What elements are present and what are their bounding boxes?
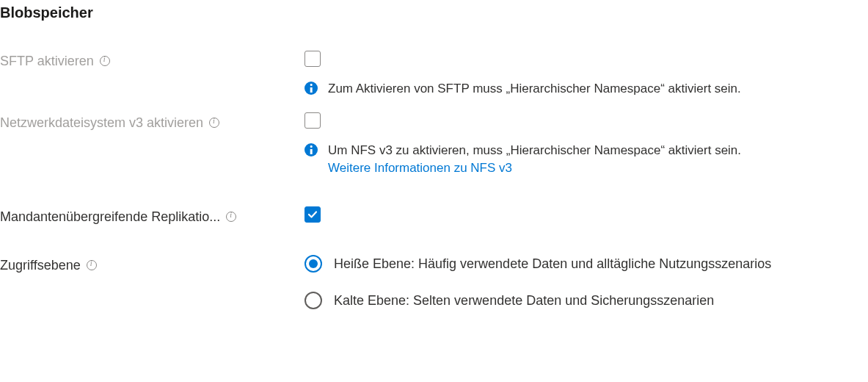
info-icon[interactable] — [209, 118, 219, 128]
nfs-info-message: Um NFS v3 zu aktivieren, muss „Hierarchi… — [304, 142, 868, 177]
sftp-label: SFTP aktivieren — [0, 52, 94, 70]
radio-hot-label: Heiße Ebene: Häufig verwendete Daten und… — [334, 256, 771, 272]
nfs-info-link[interactable]: Weitere Informationen zu NFS v3 — [328, 159, 741, 177]
nfs-label: Netzwerkdateisystem v3 aktivieren — [0, 114, 203, 131]
row-access-tier: Zugriffsebene Heiße Ebene: Häufig verwen… — [0, 255, 868, 309]
cross-tenant-checkbox[interactable] — [304, 206, 321, 223]
sftp-label-col: SFTP aktivieren — [0, 51, 304, 70]
radio-hot[interactable]: Heiße Ebene: Häufig verwendete Daten und… — [304, 255, 868, 273]
row-cross-tenant: Mandantenübergreifende Replikatio... — [0, 206, 868, 226]
nfs-info-line: Um NFS v3 zu aktivieren, muss „Hierarchi… — [328, 143, 741, 157]
cross-tenant-label: Mandantenübergreifende Replikatio... — [0, 208, 220, 226]
access-tier-label: Zugriffsebene — [0, 256, 81, 274]
cross-tenant-control — [304, 206, 868, 223]
radio-cool[interactable]: Kalte Ebene: Selten verwendete Daten und… — [304, 292, 868, 309]
nfs-checkbox — [304, 112, 321, 129]
sftp-info-message: Zum Aktivieren von SFTP muss „Hierarchis… — [304, 80, 868, 98]
info-filled-icon — [304, 82, 318, 95]
cross-tenant-label-col: Mandantenübergreifende Replikatio... — [0, 206, 304, 226]
sftp-info-text: Zum Aktivieren von SFTP muss „Hierarchis… — [328, 80, 741, 98]
radio-cool-label: Kalte Ebene: Selten verwendete Daten und… — [334, 293, 714, 309]
sftp-checkbox — [304, 51, 321, 67]
access-tier-control: Heiße Ebene: Häufig verwendete Daten und… — [304, 255, 868, 309]
info-filled-icon — [304, 143, 318, 156]
radio-outer-icon — [304, 292, 322, 309]
form-grid: SFTP aktivieren Zum Aktivieren von SFTP … — [0, 51, 868, 309]
nfs-control: Um NFS v3 zu aktivieren, muss „Hierarchi… — [304, 112, 868, 177]
access-tier-radio-group: Heiße Ebene: Häufig verwendete Daten und… — [304, 255, 868, 309]
access-tier-label-col: Zugriffsebene — [0, 255, 304, 274]
sftp-control: Zum Aktivieren von SFTP muss „Hierarchis… — [304, 51, 868, 98]
info-icon[interactable] — [100, 56, 110, 66]
row-nfs: Netzwerkdateisystem v3 aktivieren Um NFS… — [0, 112, 868, 177]
info-icon[interactable] — [87, 260, 97, 270]
radio-outer-icon — [304, 255, 322, 273]
nfs-info-text: Um NFS v3 zu aktivieren, muss „Hierarchi… — [328, 142, 741, 177]
nfs-label-col: Netzwerkdateisystem v3 aktivieren — [0, 112, 304, 131]
info-icon[interactable] — [226, 212, 236, 222]
row-sftp: SFTP aktivieren Zum Aktivieren von SFTP … — [0, 51, 868, 98]
section-title: Blobspeicher — [0, 4, 868, 21]
